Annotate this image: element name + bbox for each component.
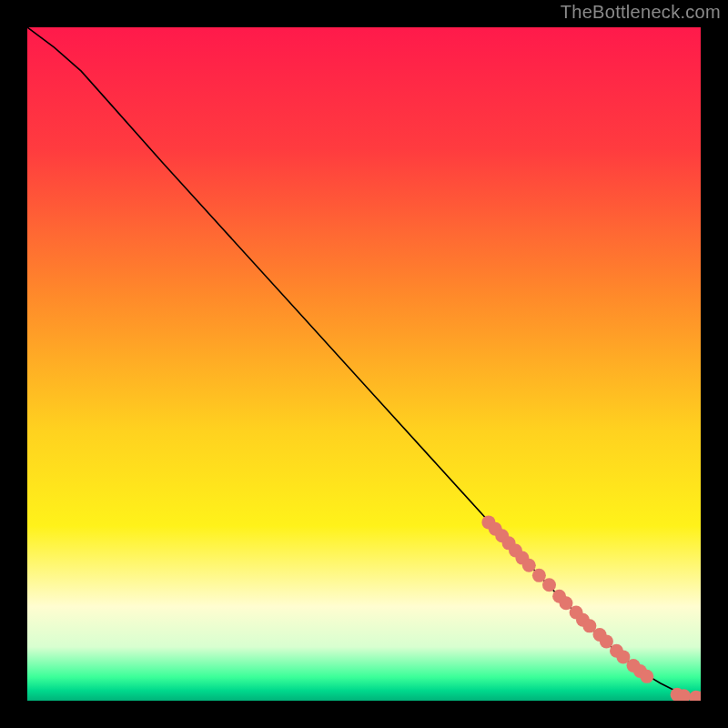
data-point	[600, 634, 613, 648]
data-point	[532, 569, 546, 582]
chart-frame: TheBottleneck.com	[0, 0, 728, 728]
data-point	[560, 596, 573, 610]
data-point	[542, 578, 556, 592]
data-point	[522, 559, 536, 572]
plot-area	[27, 27, 701, 701]
gradient-bg	[27, 27, 701, 701]
data-point	[640, 670, 653, 683]
chart-svg	[27, 27, 701, 701]
watermark-text: TheBottleneck.com	[561, 2, 721, 23]
